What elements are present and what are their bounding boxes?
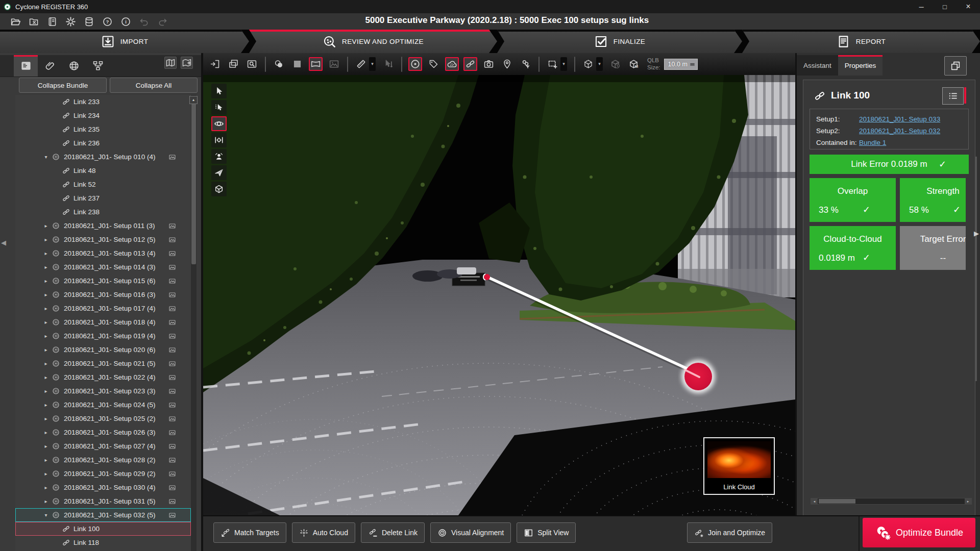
auto-cloud-button[interactable]: Auto Cloud <box>292 522 355 543</box>
panel-collapse-arrow[interactable]: ▶ <box>974 230 979 237</box>
tree-row[interactable]: Link 238 <box>15 205 191 219</box>
panorama-view-button[interactable] <box>309 57 323 71</box>
measure-button[interactable] <box>354 57 368 71</box>
tree-row[interactable]: Link 237 <box>15 191 191 205</box>
separator[interactable] <box>538 57 540 72</box>
solid-color-button[interactable] <box>290 57 304 71</box>
undo-button[interactable] <box>139 16 150 27</box>
tree-row[interactable]: ▸ 20180621_J01- Setup 020 (6) <box>15 343 191 357</box>
tree-row[interactable]: Link 233 <box>15 95 191 109</box>
tree-row[interactable]: Link 52 <box>15 178 191 191</box>
sidebar-tab-attachments[interactable] <box>38 55 62 77</box>
match-targets-button[interactable]: Match Targets <box>213 522 286 543</box>
tree-caret[interactable]: ▸ <box>42 398 50 412</box>
sidebar-tab-sitemap[interactable] <box>86 55 110 77</box>
orbit-tool[interactable] <box>211 116 227 131</box>
minimize-button[interactable]: ─ <box>910 0 933 13</box>
tab-assistant[interactable]: Assistant <box>797 55 838 76</box>
separator[interactable] <box>265 57 266 72</box>
tab-properties[interactable]: Properties <box>838 55 883 76</box>
pan-tool[interactable] <box>211 133 227 147</box>
tree-row[interactable]: ▸ 20180621_J01- Setup 022 (4) <box>15 370 191 384</box>
optimize-bundle-button[interactable]: Optimize Bundle <box>863 518 975 547</box>
rect-select-button[interactable] <box>546 57 559 71</box>
tree-row[interactable]: ▸ 20180621_J01- Setup 016 (3) <box>15 288 191 302</box>
sidebar-collapse-arrow[interactable]: ◀ <box>1 239 6 246</box>
tab-review-and-optimize[interactable]: REVIEW AND OPTIMIZE <box>249 30 497 53</box>
sidebar-tab-project-tree[interactable] <box>14 55 38 77</box>
tiles-scrollbar[interactable] <box>975 157 977 381</box>
filter-points-button[interactable] <box>519 57 532 71</box>
tree-row[interactable]: ▸ 20180621_J01- Setup 027 (4) <box>15 439 191 453</box>
tree-caret[interactable]: ▸ <box>42 384 50 398</box>
tree-caret[interactable]: ▸ <box>42 481 50 494</box>
maximize-button[interactable]: □ <box>933 0 957 13</box>
tree-caret[interactable]: ▸ <box>42 453 50 467</box>
redo-button[interactable] <box>157 16 168 27</box>
view-cube-tool[interactable] <box>211 182 227 196</box>
point-cloud-viewport[interactable]: Link Cloud <box>203 75 795 515</box>
tree-row[interactable]: ▸ 20180621_J01- Setup 014 (3) <box>15 260 191 274</box>
tab-import[interactable]: IMPORT <box>0 30 249 53</box>
fit-view-button[interactable] <box>208 57 222 71</box>
tree-row[interactable]: ▸ 20180621_J01- Setup 013 (4) <box>15 246 191 260</box>
cascade-windows-button[interactable] <box>227 57 240 71</box>
scroll-right-button[interactable]: ▸ <box>965 498 971 504</box>
tree-caret[interactable]: ▸ <box>42 357 50 370</box>
target-mode-button[interactable] <box>408 57 422 71</box>
delete-link-button[interactable]: Delete Link <box>361 522 425 543</box>
tree-caret[interactable]: ▸ <box>42 233 50 246</box>
tree-row[interactable]: ▸ 20180621_J01- Setup 019 (4) <box>15 329 191 343</box>
tree-row[interactable]: ▸ 20180621_J01- Setup 012 (5) <box>15 233 191 246</box>
settings-button[interactable] <box>65 16 76 27</box>
h-scrollbar-thumb[interactable] <box>819 499 855 504</box>
tree-caret[interactable]: ▸ <box>42 329 50 343</box>
tree-row[interactable]: ▸ 20180621_J01- Setup 029 (2) <box>15 467 191 481</box>
layout-panels-button[interactable] <box>944 56 967 76</box>
tree-caret[interactable]: ▸ <box>42 467 50 481</box>
delete-project-button[interactable] <box>29 16 39 27</box>
select-tool[interactable] <box>211 84 227 98</box>
image-view-button[interactable] <box>327 57 341 71</box>
add-sitemap-button[interactable] <box>164 57 177 69</box>
tag-mode-button[interactable] <box>427 57 440 71</box>
snapshot-button[interactable] <box>482 57 496 71</box>
geotag-button[interactable] <box>500 57 514 71</box>
tree-caret[interactable]: ▸ <box>42 425 50 439</box>
separator[interactable] <box>347 57 348 72</box>
tab-report[interactable]: REPORT <box>742 30 980 53</box>
tree-row[interactable]: Link 100 <box>15 522 191 536</box>
tree-caret[interactable]: ▸ <box>42 246 50 260</box>
tree-caret[interactable]: ▸ <box>42 370 50 384</box>
tree-row[interactable]: ▸ 20180621_J01- Setup 017 (4) <box>15 302 191 315</box>
sidebar-tab-geo[interactable] <box>62 55 86 77</box>
multi-select-tool[interactable] <box>211 100 227 115</box>
tab-finalize[interactable]: FINALIZE <box>497 30 742 53</box>
tree-row[interactable]: ▸ 20180621_J01- Setup 015 (6) <box>15 274 191 288</box>
tree-row[interactable]: ▸ 20180621_J01- Setup 030 (4) <box>15 481 191 494</box>
tree-row[interactable]: ▸ 20180621_J01- Setup 011 (3) <box>15 219 191 233</box>
storage-button[interactable] <box>84 16 94 27</box>
tree-caret[interactable]: ▸ <box>42 274 50 288</box>
tree-caret[interactable]: ▸ <box>42 288 50 302</box>
fly-tool[interactable] <box>211 165 227 180</box>
tree-caret[interactable]: ▸ <box>42 412 50 425</box>
collapse-bundle-button[interactable]: Collapse Bundle <box>19 78 107 93</box>
info-button[interactable]: i <box>120 16 131 27</box>
cloud-mode-button[interactable] <box>445 57 459 71</box>
visual-alignment-button[interactable]: Visual Alignment <box>430 522 511 543</box>
tree-row[interactable]: Link 234 <box>15 109 191 122</box>
tree-row[interactable]: ▸ 20180621_J01- Setup 018 (4) <box>15 315 191 329</box>
link-start-marker[interactable] <box>483 274 490 280</box>
tree-caret[interactable]: ▸ <box>42 315 50 329</box>
tree-caret[interactable]: ▸ <box>42 494 50 508</box>
scroll-left-button[interactable]: ◂ <box>811 498 818 504</box>
zoom-window-button[interactable] <box>245 57 259 71</box>
tree-caret[interactable]: ▸ <box>42 302 50 315</box>
tree-caret[interactable]: ▸ <box>42 260 50 274</box>
probe-point-button[interactable] <box>381 57 395 71</box>
tree-row[interactable]: ▸ 20180621_J01- Setup 023 (3) <box>15 384 191 398</box>
tree-scroll-up-button[interactable]: ▴ <box>189 96 198 104</box>
tree-caret[interactable]: ▸ <box>42 219 50 233</box>
tree-scrollbar[interactable] <box>191 95 197 551</box>
